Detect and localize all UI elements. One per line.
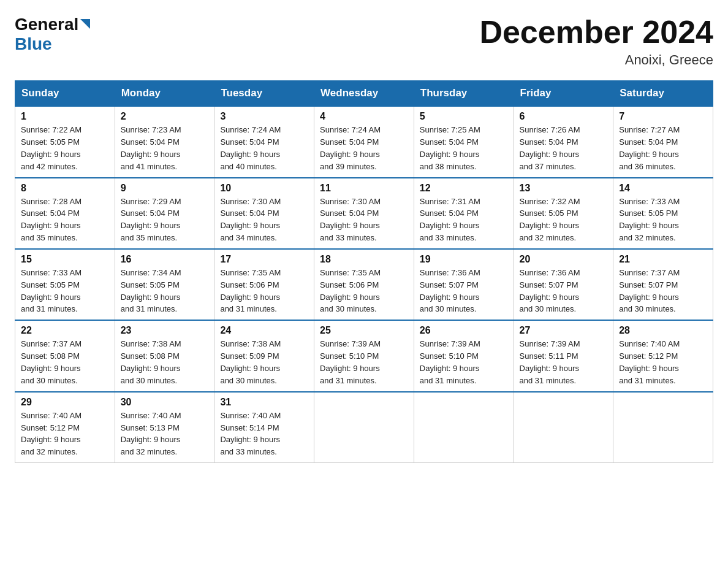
day-number: 22 (21, 325, 109, 336)
title-section: December 2024 Anoixi, Greece (479, 15, 713, 68)
day-info: Sunrise: 7:25 AMSunset: 5:04 PMDaylight:… (420, 125, 480, 171)
day-number: 15 (21, 254, 109, 265)
calendar-cell: 14 Sunrise: 7:33 AMSunset: 5:05 PMDaylig… (613, 178, 713, 249)
calendar-header-row: Sunday Monday Tuesday Wednesday Thursday… (15, 81, 713, 107)
day-number: 16 (121, 254, 209, 265)
logo-general-text: General (15, 15, 78, 34)
calendar-cell: 24 Sunrise: 7:38 AMSunset: 5:09 PMDaylig… (214, 320, 314, 391)
day-info: Sunrise: 7:37 AMSunset: 5:08 PMDaylight:… (21, 339, 82, 385)
calendar-cell (514, 392, 613, 463)
calendar-cell: 20 Sunrise: 7:36 AMSunset: 5:07 PMDaylig… (514, 249, 613, 320)
col-wednesday: Wednesday (314, 81, 414, 107)
calendar-cell: 29 Sunrise: 7:40 AMSunset: 5:12 PMDaylig… (15, 392, 115, 463)
page-header: General Blue December 2024 Anoixi, Greec… (15, 15, 713, 68)
calendar-cell: 1 Sunrise: 7:22 AMSunset: 5:05 PMDayligh… (15, 106, 115, 177)
day-info: Sunrise: 7:27 AMSunset: 5:04 PMDaylight:… (619, 125, 680, 171)
day-number: 2 (121, 111, 209, 122)
day-info: Sunrise: 7:28 AMSunset: 5:04 PMDaylight:… (21, 197, 82, 243)
calendar-cell: 28 Sunrise: 7:40 AMSunset: 5:12 PMDaylig… (613, 320, 713, 391)
calendar-cell: 23 Sunrise: 7:38 AMSunset: 5:08 PMDaylig… (115, 320, 214, 391)
calendar-cell: 9 Sunrise: 7:29 AMSunset: 5:04 PMDayligh… (115, 178, 214, 249)
location: Anoixi, Greece (479, 52, 713, 68)
day-number: 1 (21, 111, 109, 122)
calendar-cell (314, 392, 414, 463)
day-number: 12 (420, 183, 508, 194)
week-row-3: 15 Sunrise: 7:33 AMSunset: 5:05 PMDaylig… (15, 249, 713, 320)
day-info: Sunrise: 7:37 AMSunset: 5:07 PMDaylight:… (619, 268, 680, 314)
calendar-cell: 3 Sunrise: 7:24 AMSunset: 5:04 PMDayligh… (214, 106, 314, 177)
calendar-cell: 22 Sunrise: 7:37 AMSunset: 5:08 PMDaylig… (15, 320, 115, 391)
day-info: Sunrise: 7:30 AMSunset: 5:04 PMDaylight:… (220, 197, 281, 243)
day-number: 19 (420, 254, 508, 265)
calendar-cell (414, 392, 514, 463)
calendar-cell: 13 Sunrise: 7:32 AMSunset: 5:05 PMDaylig… (514, 178, 613, 249)
day-info: Sunrise: 7:29 AMSunset: 5:04 PMDaylight:… (121, 197, 181, 243)
day-number: 4 (320, 111, 408, 122)
day-number: 10 (220, 183, 308, 194)
logo-triangle-icon (80, 19, 90, 31)
day-info: Sunrise: 7:31 AMSunset: 5:04 PMDaylight:… (420, 197, 480, 243)
calendar-cell: 26 Sunrise: 7:39 AMSunset: 5:10 PMDaylig… (414, 320, 514, 391)
col-sunday: Sunday (15, 81, 115, 107)
day-info: Sunrise: 7:39 AMSunset: 5:10 PMDaylight:… (320, 339, 381, 385)
day-number: 8 (21, 183, 109, 194)
calendar-cell: 6 Sunrise: 7:26 AMSunset: 5:04 PMDayligh… (514, 106, 613, 177)
calendar-cell: 31 Sunrise: 7:40 AMSunset: 5:14 PMDaylig… (214, 392, 314, 463)
day-number: 13 (520, 183, 608, 194)
day-number: 28 (619, 325, 707, 336)
day-info: Sunrise: 7:24 AMSunset: 5:04 PMDaylight:… (220, 125, 281, 171)
day-info: Sunrise: 7:23 AMSunset: 5:04 PMDaylight:… (121, 125, 181, 171)
day-info: Sunrise: 7:38 AMSunset: 5:08 PMDaylight:… (121, 339, 181, 385)
col-saturday: Saturday (613, 81, 713, 107)
day-info: Sunrise: 7:22 AMSunset: 5:05 PMDaylight:… (21, 125, 82, 171)
col-friday: Friday (514, 81, 613, 107)
day-number: 29 (21, 397, 109, 408)
week-row-2: 8 Sunrise: 7:28 AMSunset: 5:04 PMDayligh… (15, 178, 713, 249)
day-info: Sunrise: 7:40 AMSunset: 5:12 PMDaylight:… (21, 411, 82, 457)
day-number: 30 (121, 397, 209, 408)
calendar-cell: 18 Sunrise: 7:35 AMSunset: 5:06 PMDaylig… (314, 249, 414, 320)
calendar-cell: 8 Sunrise: 7:28 AMSunset: 5:04 PMDayligh… (15, 178, 115, 249)
day-info: Sunrise: 7:26 AMSunset: 5:04 PMDaylight:… (520, 125, 580, 171)
logo: General Blue (15, 15, 90, 54)
calendar-cell: 4 Sunrise: 7:24 AMSunset: 5:04 PMDayligh… (314, 106, 414, 177)
calendar-cell: 5 Sunrise: 7:25 AMSunset: 5:04 PMDayligh… (414, 106, 514, 177)
day-info: Sunrise: 7:39 AMSunset: 5:11 PMDaylight:… (520, 339, 580, 385)
month-title: December 2024 (479, 15, 713, 50)
day-number: 23 (121, 325, 209, 336)
day-number: 24 (220, 325, 308, 336)
day-info: Sunrise: 7:38 AMSunset: 5:09 PMDaylight:… (220, 339, 281, 385)
day-number: 17 (220, 254, 308, 265)
day-info: Sunrise: 7:40 AMSunset: 5:14 PMDaylight:… (220, 411, 281, 457)
day-info: Sunrise: 7:40 AMSunset: 5:12 PMDaylight:… (619, 339, 680, 385)
day-info: Sunrise: 7:34 AMSunset: 5:05 PMDaylight:… (121, 268, 181, 314)
calendar-cell: 19 Sunrise: 7:36 AMSunset: 5:07 PMDaylig… (414, 249, 514, 320)
logo-blue-text: Blue (15, 34, 52, 53)
day-number: 11 (320, 183, 408, 194)
col-monday: Monday (115, 81, 214, 107)
day-number: 27 (520, 325, 608, 336)
day-info: Sunrise: 7:39 AMSunset: 5:10 PMDaylight:… (420, 339, 480, 385)
day-number: 14 (619, 183, 707, 194)
day-info: Sunrise: 7:36 AMSunset: 5:07 PMDaylight:… (420, 268, 480, 314)
week-row-1: 1 Sunrise: 7:22 AMSunset: 5:05 PMDayligh… (15, 106, 713, 177)
svg-marker-0 (80, 19, 90, 29)
calendar-cell: 21 Sunrise: 7:37 AMSunset: 5:07 PMDaylig… (613, 249, 713, 320)
calendar-cell (613, 392, 713, 463)
week-row-4: 22 Sunrise: 7:37 AMSunset: 5:08 PMDaylig… (15, 320, 713, 391)
day-info: Sunrise: 7:40 AMSunset: 5:13 PMDaylight:… (121, 411, 181, 457)
col-tuesday: Tuesday (214, 81, 314, 107)
day-number: 25 (320, 325, 408, 336)
day-info: Sunrise: 7:35 AMSunset: 5:06 PMDaylight:… (220, 268, 281, 314)
calendar-cell: 16 Sunrise: 7:34 AMSunset: 5:05 PMDaylig… (115, 249, 214, 320)
calendar-cell: 17 Sunrise: 7:35 AMSunset: 5:06 PMDaylig… (214, 249, 314, 320)
day-number: 18 (320, 254, 408, 265)
calendar-cell: 12 Sunrise: 7:31 AMSunset: 5:04 PMDaylig… (414, 178, 514, 249)
calendar-cell: 2 Sunrise: 7:23 AMSunset: 5:04 PMDayligh… (115, 106, 214, 177)
calendar-cell: 25 Sunrise: 7:39 AMSunset: 5:10 PMDaylig… (314, 320, 414, 391)
day-number: 9 (121, 183, 209, 194)
day-number: 7 (619, 111, 707, 122)
day-number: 3 (220, 111, 308, 122)
week-row-5: 29 Sunrise: 7:40 AMSunset: 5:12 PMDaylig… (15, 392, 713, 463)
calendar-cell: 27 Sunrise: 7:39 AMSunset: 5:11 PMDaylig… (514, 320, 613, 391)
